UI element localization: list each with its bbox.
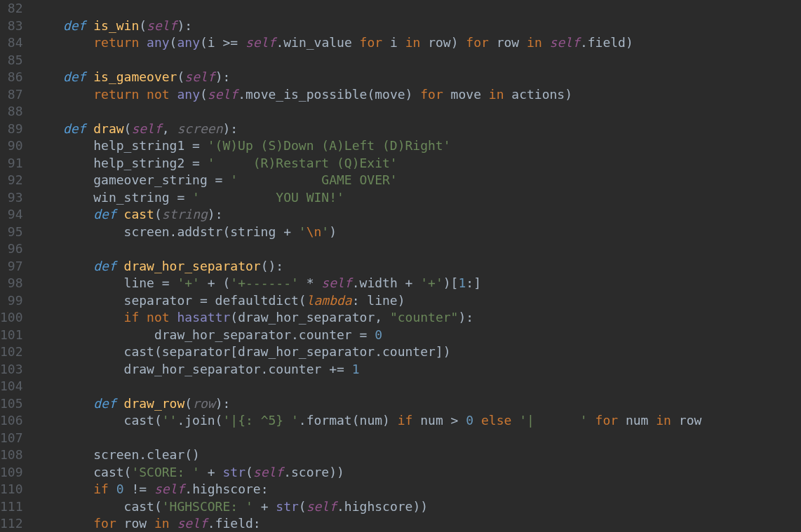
token: 0	[375, 327, 382, 342]
code-line[interactable]	[33, 240, 801, 258]
token: if	[398, 413, 413, 428]
token: .move_is_possible(move)	[238, 87, 420, 102]
token: cast(separator[draw_hor_separator.counte…	[33, 344, 451, 359]
code-line[interactable]: screen.clear()	[33, 446, 801, 464]
token: (	[154, 207, 162, 221]
token: .format(num)	[299, 413, 398, 428]
token: lambda	[307, 293, 352, 308]
code-line[interactable]: line = '+' + ('+------' * self.width + '…	[33, 275, 801, 292]
token: self	[184, 69, 215, 84]
token: in	[405, 35, 421, 50]
line-number: 110	[0, 481, 23, 498]
token: '| '	[519, 413, 588, 428]
code-line[interactable]: for row in self.field:	[33, 515, 801, 532]
line-number: 101	[0, 327, 23, 344]
token: ''	[162, 413, 177, 428]
code-line[interactable]: def is_win(self):	[33, 18, 801, 35]
token: 'SCORE: '	[131, 465, 200, 479]
line-number: 94	[0, 206, 23, 224]
code-line[interactable]: def draw_hor_separator():	[33, 258, 801, 275]
code-line[interactable]: draw_hor_separator.counter += 1	[33, 361, 801, 378]
token: is_win	[93, 18, 139, 33]
token	[33, 259, 94, 273]
token	[542, 35, 550, 50]
token: 0	[466, 413, 473, 428]
line-number: 98	[0, 275, 23, 292]
code-line[interactable]: if not hasattr(draw_hor_separator, "coun…	[33, 309, 801, 327]
token	[170, 516, 177, 531]
token: 1	[352, 362, 360, 376]
token: .win_value	[276, 35, 359, 50]
token: self	[208, 87, 238, 102]
token: 'HGHSCORE: '	[162, 499, 253, 514]
code-line[interactable]: separator = defaultdict(lambda: line)	[33, 292, 801, 310]
token: ():	[261, 259, 284, 273]
token: line =	[33, 275, 177, 290]
line-number: 88	[0, 103, 23, 121]
code-line[interactable]: screen.addstr(string + '\n')	[33, 224, 801, 241]
code-line[interactable]: help_string2 = ' (R)Restart (Q)Exit'	[33, 155, 801, 172]
code-line[interactable]: return any(any(i >= self.win_value for i…	[33, 34, 801, 52]
code-line[interactable]: cast(''.join('|{: ^5} '.format(num) if n…	[33, 412, 801, 430]
token: (	[124, 121, 132, 136]
code-line[interactable]: cast('HGHSCORE: ' + str(self.highscore))	[33, 498, 801, 516]
code-area[interactable]: def is_win(self): return any(any(i >= se…	[30, 0, 801, 532]
token: row)	[420, 35, 466, 50]
token: >=	[222, 35, 238, 50]
token: '(W)Up (S)Down (A)Left (D)Right'	[208, 138, 451, 153]
code-line[interactable]: gameover_string = ' GAME OVER'	[33, 172, 801, 189]
code-line[interactable]: cast('SCORE: ' + str(self.score))	[33, 464, 801, 482]
code-line[interactable]: def is_gameover(self):	[33, 69, 801, 86]
line-number: 82	[0, 0, 23, 18]
code-line[interactable]	[33, 378, 801, 395]
token: '+'	[177, 275, 200, 290]
token	[139, 310, 147, 325]
code-line[interactable]: return not any(self.move_is_possible(mov…	[33, 86, 801, 104]
code-line[interactable]: draw_hor_separator.counter = 0	[33, 327, 801, 344]
code-line[interactable]	[33, 430, 801, 447]
token: cast(	[33, 465, 132, 479]
line-number: 112	[0, 515, 23, 532]
token	[238, 35, 245, 50]
token: string	[162, 207, 208, 221]
line-number: 84	[0, 34, 23, 52]
token: self	[147, 18, 177, 33]
token: )[	[443, 275, 459, 290]
code-line[interactable]	[33, 103, 801, 121]
code-line[interactable]: if 0 != self.highscore:	[33, 481, 801, 498]
token: screen	[177, 121, 222, 136]
code-line[interactable]: def draw(self, screen):	[33, 121, 801, 138]
code-line[interactable]	[33, 52, 801, 69]
token: row	[192, 396, 215, 411]
token: draw_hor_separator.counter =	[33, 327, 375, 342]
token: + (	[200, 275, 230, 290]
token: self	[321, 275, 351, 290]
code-line[interactable]: win_string = ' YOU WIN!'	[33, 189, 801, 207]
token: "counter"	[390, 310, 459, 325]
line-number: 106	[0, 412, 23, 430]
token: +	[200, 465, 223, 479]
token: else	[481, 413, 511, 428]
token: num >	[412, 413, 466, 428]
token	[33, 35, 94, 50]
code-line[interactable]: def cast(string):	[33, 206, 801, 224]
line-number: 102	[0, 343, 23, 361]
token: separator = defaultdict(	[33, 293, 307, 308]
token: .highscore))	[337, 499, 428, 514]
token: 1	[458, 275, 466, 290]
token: self	[253, 465, 283, 479]
code-line[interactable]: def draw_row(row):	[33, 395, 801, 413]
token: if	[124, 310, 140, 325]
code-line[interactable]: help_string1 = '(W)Up (S)Down (A)Left (D…	[33, 137, 801, 155]
token	[33, 516, 94, 531]
token: (	[245, 465, 253, 479]
code-line[interactable]	[33, 0, 801, 18]
token: def	[63, 121, 86, 136]
code-line[interactable]: cast(separator[draw_hor_separator.counte…	[33, 343, 801, 361]
token: move	[443, 87, 489, 102]
token: ' YOU WIN!'	[192, 190, 344, 205]
token: \n	[307, 224, 322, 239]
token: .field)	[580, 35, 633, 50]
line-number: 91	[0, 155, 23, 172]
code-editor[interactable]: 8283848586878889909192939495969798991001…	[0, 0, 801, 532]
